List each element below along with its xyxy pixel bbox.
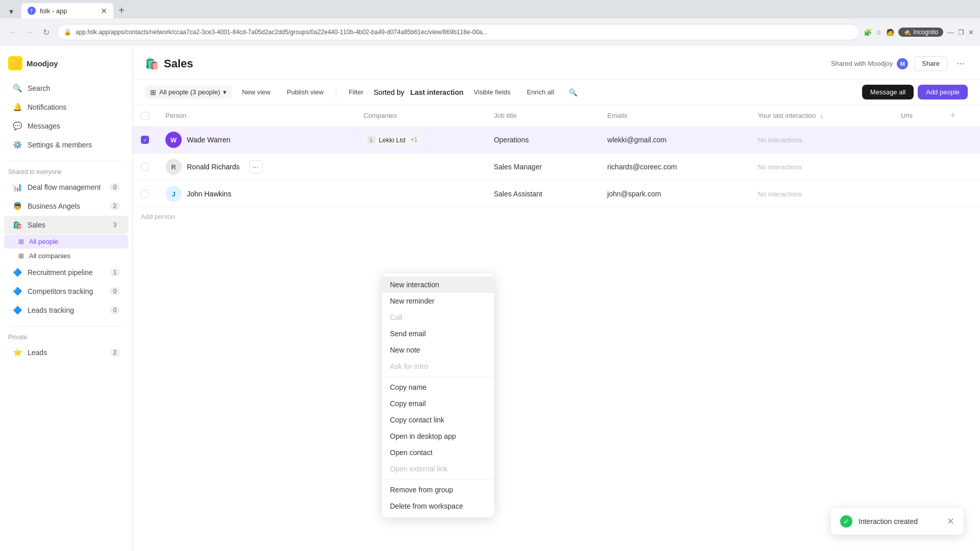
person-avatar: J	[165, 186, 182, 202]
close-tab-button[interactable]: ✕	[101, 6, 107, 16]
toast-close-button[interactable]: ✕	[947, 516, 954, 527]
view-type-icon: ⊞	[150, 88, 156, 96]
row-checkbox[interactable]	[141, 163, 149, 171]
companies-column-header: Companies	[355, 105, 485, 127]
view-label: All people (3 people)	[159, 88, 220, 96]
extensions-icon[interactable]: 🧩	[864, 29, 872, 36]
view-selector[interactable]: ⊞ All people (3 people) ▾	[145, 86, 232, 99]
leads-badge: 2	[110, 348, 120, 357]
business-angels-icon: 👼	[12, 201, 22, 211]
tab-bar: ▾ f folk - app ✕ +	[0, 0, 980, 18]
search-icon-toolbar[interactable]: 🔍	[565, 86, 581, 98]
sidebar-item-recruitment[interactable]: 🔷 Recruitment pipeline 1	[4, 263, 128, 282]
person-name: Ronald Richards	[187, 163, 240, 171]
minimize-button[interactable]: —	[947, 29, 954, 36]
sidebar-item-search[interactable]: 🔍 Search	[4, 79, 128, 97]
context-menu-item-copy-email[interactable]: Copy email	[382, 395, 494, 412]
person-avatar: W	[165, 132, 182, 148]
row-checkbox[interactable]	[141, 190, 149, 198]
add-people-button[interactable]: Add people	[918, 85, 968, 99]
no-interaction-text: No interactions	[758, 136, 802, 144]
add-column-icon[interactable]: +	[950, 110, 955, 120]
select-all-checkbox[interactable]	[141, 112, 149, 120]
last-interaction-cell: No interactions	[750, 181, 893, 208]
reload-button[interactable]: ↻	[39, 25, 53, 39]
urls-cell	[893, 127, 942, 154]
job-title-column-header: Job title	[485, 105, 599, 127]
sidebar-item-leads[interactable]: ⭐ Leads 2	[4, 343, 128, 362]
sidebar-item-sales[interactable]: 🛍️ Sales 3	[4, 216, 128, 234]
sidebar-item-messages[interactable]: 💬 Messages	[4, 117, 128, 135]
shared-with-text: Shared with Moodjoy	[831, 60, 893, 67]
deal-flow-icon: 📊	[12, 182, 22, 192]
add-column-header[interactable]: +	[942, 105, 980, 127]
add-person-row[interactable]: Add person	[133, 208, 980, 226]
toast-message: Interaction created	[859, 517, 918, 525]
lock-icon: 🔒	[64, 29, 71, 36]
context-menu: New interaction New reminder Call Send e…	[382, 273, 494, 517]
company-cell: L Lekki Ltd +1	[355, 127, 485, 154]
profile-icon[interactable]: 🧑	[886, 29, 894, 36]
call-label: Call	[390, 313, 402, 321]
filter-button[interactable]: Filter	[342, 86, 370, 98]
recruitment-icon: 🔷	[12, 267, 22, 278]
private-section-label: Private	[0, 331, 132, 343]
sidebar-item-settings[interactable]: ⚙️ Settings & members	[4, 136, 128, 154]
sidebar-item-notifications[interactable]: 🔔 Notifications	[4, 98, 128, 116]
row-menu-button[interactable]: ···	[249, 160, 262, 173]
visible-fields-button[interactable]: Visible fields	[468, 86, 517, 98]
table-row[interactable]: J John Hawkins Sales Assistant john@spar…	[133, 181, 980, 208]
more-options-button[interactable]: ···	[953, 57, 968, 71]
context-menu-item-open-desktop-app[interactable]: Open in desktop app	[382, 428, 494, 444]
context-menu-item-delete-from-workspace[interactable]: Delete from workspace	[382, 498, 494, 514]
context-menu-item-copy-name[interactable]: Copy name	[382, 379, 494, 395]
url-bar[interactable]: 🔒 app.folk.app/apps/contacts/network/cca…	[57, 24, 860, 40]
back-button[interactable]: ←	[6, 25, 20, 39]
new-view-button[interactable]: New view	[236, 86, 277, 98]
active-tab[interactable]: f folk - app ✕	[21, 3, 113, 18]
page-title-text: Sales	[164, 57, 193, 70]
search-icon: 🔍	[12, 83, 22, 93]
close-window-button[interactable]: ✕	[968, 29, 974, 36]
context-menu-item-new-reminder[interactable]: New reminder	[382, 293, 494, 309]
context-menu-item-copy-contact-link[interactable]: Copy contact link	[382, 412, 494, 428]
shared-avatar: M	[897, 58, 908, 69]
contacts-table-container: Person Companies Job title Emails Your l	[133, 105, 980, 551]
tab-list-arrow[interactable]: ▾	[4, 4, 18, 18]
row-checkbox[interactable]: ✓	[141, 136, 149, 144]
enrich-all-button[interactable]: Enrich all	[521, 86, 560, 98]
person-cell[interactable]: J John Hawkins	[157, 181, 355, 208]
sidebar-sub-item-all-people[interactable]: ⊞ All people	[4, 235, 128, 248]
sidebar-item-deal-flow[interactable]: 📊 Deal flow management 0	[4, 178, 128, 196]
person-cell[interactable]: W Wade Warren	[157, 127, 355, 154]
sidebar-item-business-angels[interactable]: 👼 Business Angels 2	[4, 197, 128, 215]
sidebar-sub-item-all-companies[interactable]: ⊞ All companies	[4, 249, 128, 263]
table-row[interactable]: ✓ W Wade Warren L Lekki	[133, 127, 980, 154]
new-tab-button[interactable]: +	[114, 3, 129, 17]
share-button[interactable]: Share	[914, 56, 947, 71]
message-all-button[interactable]: Message all	[862, 85, 914, 99]
open-contact-label: Open contact	[390, 448, 432, 457]
context-menu-item-remove-from-group[interactable]: Remove from group	[382, 482, 494, 498]
all-people-icon: ⊞	[18, 238, 24, 245]
table-row[interactable]: R Ronald Richards ··· Sales Manager rich…	[133, 154, 980, 181]
maximize-button[interactable]: ❐	[958, 29, 964, 36]
shared-info: Shared with Moodjoy M	[831, 58, 908, 69]
context-menu-item-open-contact[interactable]: Open contact	[382, 444, 494, 461]
sidebar-item-leads-tracking[interactable]: 🔷 Leads tracking 0	[4, 301, 128, 319]
company-tag: L Lekki Ltd +1	[363, 134, 422, 145]
select-all-header	[133, 105, 157, 127]
sidebar-item-competitors[interactable]: 🔷 Competitors tracking 0	[4, 282, 128, 300]
context-menu-item-new-interaction[interactable]: New interaction	[382, 277, 494, 293]
context-menu-item-send-email[interactable]: Send email	[382, 325, 494, 342]
person-cell[interactable]: R Ronald Richards ···	[157, 154, 355, 181]
star-icon[interactable]: ☆	[876, 29, 882, 36]
publish-view-button[interactable]: Publish view	[281, 86, 330, 98]
forward-button[interactable]: →	[22, 25, 37, 39]
nav-bar: ← → ↻ 🔒 app.folk.app/apps/contacts/netwo…	[0, 18, 980, 46]
email-cell: richards@coreec.com	[599, 154, 750, 181]
settings-icon: ⚙️	[12, 140, 22, 150]
table-body: ✓ W Wade Warren L Lekki	[133, 127, 980, 208]
all-companies-icon: ⊞	[18, 252, 24, 260]
context-menu-item-new-note[interactable]: New note	[382, 342, 494, 358]
